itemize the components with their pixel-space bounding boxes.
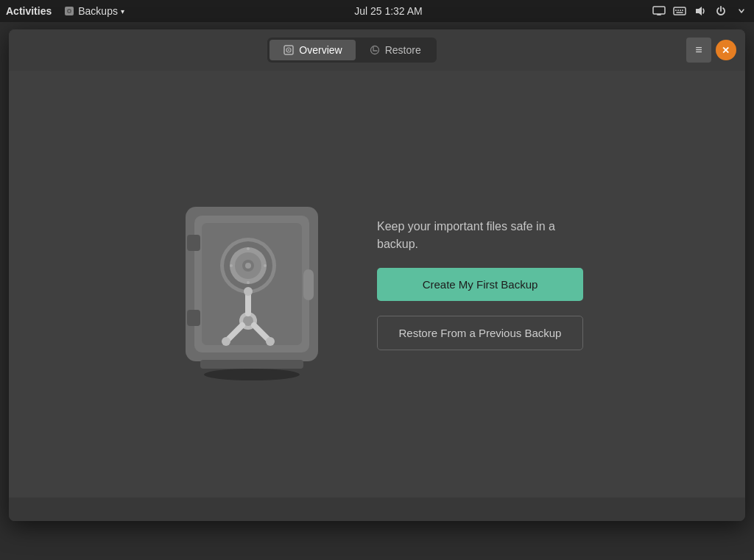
restore-backup-button[interactable]: Restore From a Previous Backup <box>377 316 583 350</box>
app-menu-dropdown-icon: ▾ <box>121 7 124 15</box>
svg-point-40 <box>222 337 230 346</box>
app-menu[interactable]: Backups ▾ <box>63 5 124 17</box>
right-panel: Keep your important files safe in a back… <box>377 218 583 350</box>
activities-label[interactable]: Activities <box>6 5 52 17</box>
svg-point-17 <box>204 369 300 380</box>
datetime-label: Jul 25 1:32 AM <box>354 5 423 17</box>
tagline-text: Keep your important files safe in a back… <box>377 218 568 253</box>
svg-point-33 <box>245 263 251 269</box>
svg-point-29 <box>247 281 250 284</box>
window-header: Overview Restore ≡ ✕ <box>9 29 745 71</box>
app-name-label: Backups <box>78 5 118 17</box>
svg-point-31 <box>264 264 267 267</box>
screen-icon[interactable] <box>652 4 666 18</box>
window-body: Keep your important files safe in a back… <box>9 71 745 497</box>
create-backup-button[interactable]: Create My First Backup <box>377 268 583 301</box>
topbar: Activities Backups ▾ Jul 25 1:32 AM <box>0 0 754 22</box>
tab-overview-label: Overview <box>299 44 342 56</box>
window-footer <box>9 497 745 521</box>
svg-point-15 <box>288 49 289 51</box>
power-icon[interactable] <box>714 4 727 18</box>
header-right: ≡ ✕ <box>686 38 736 63</box>
tray-chevron-icon[interactable] <box>735 4 748 18</box>
topbar-right <box>652 4 748 18</box>
close-window-button[interactable]: ✕ <box>716 40 736 60</box>
topbar-left: Activities Backups ▾ <box>6 5 124 17</box>
safe-illustration <box>171 185 333 383</box>
svg-marker-12 <box>696 7 702 15</box>
svg-point-28 <box>247 247 250 250</box>
application-window: Overview Restore ≡ ✕ <box>9 29 745 521</box>
svg-rect-22 <box>187 310 200 326</box>
tab-restore[interactable]: Restore <box>356 40 434 60</box>
svg-point-39 <box>244 287 253 296</box>
overview-tab-icon <box>283 44 295 56</box>
svg-rect-21 <box>187 235 200 251</box>
svg-point-30 <box>230 264 233 267</box>
volume-icon[interactable] <box>694 4 707 18</box>
tab-restore-label: Restore <box>385 44 421 56</box>
svg-point-16 <box>370 46 378 54</box>
svg-rect-3 <box>653 7 665 14</box>
topbar-center: Jul 25 1:32 AM <box>354 5 423 17</box>
svg-point-41 <box>266 337 275 346</box>
svg-point-2 <box>68 10 71 13</box>
hamburger-menu-button[interactable]: ≡ <box>686 38 711 63</box>
svg-rect-6 <box>674 7 686 15</box>
content-area: Keep your important files safe in a back… <box>171 185 583 383</box>
restore-tab-icon <box>369 44 381 56</box>
tab-group: Overview Restore <box>267 38 436 63</box>
backups-app-icon <box>63 5 75 17</box>
svg-rect-42 <box>200 360 303 369</box>
svg-rect-23 <box>303 269 314 300</box>
tab-overview[interactable]: Overview <box>269 40 355 60</box>
keyboard-icon[interactable] <box>673 4 686 18</box>
